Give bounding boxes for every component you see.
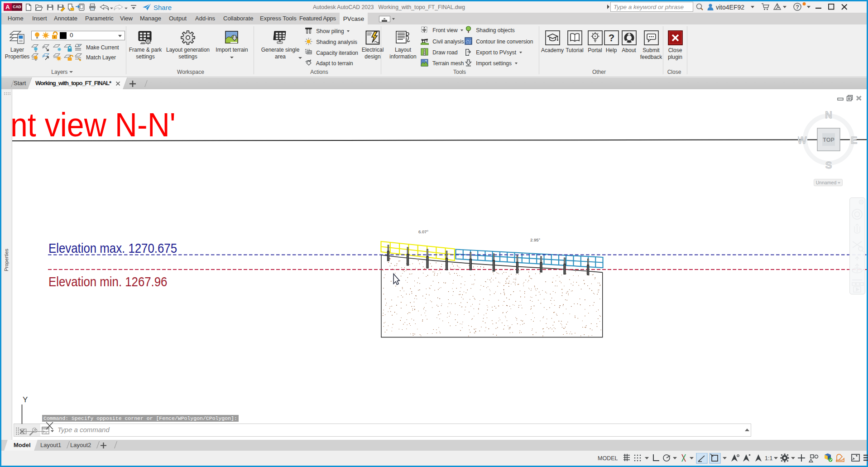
svg-text:W: W: [798, 135, 807, 146]
svg-text:TOP: TOP: [823, 137, 834, 143]
svg-text:2.95°: 2.95°: [530, 237, 540, 242]
svg-text:6.07°: 6.07°: [418, 229, 428, 234]
svg-text:S: S: [825, 159, 832, 171]
svg-text:Y: Y: [23, 395, 28, 404]
svg-text:1:1: 1:1: [765, 455, 772, 462]
svg-text:?: ?: [608, 32, 614, 43]
svg-text:?: ?: [796, 4, 799, 10]
svg-text:N: N: [825, 109, 832, 120]
svg-text:E: E: [851, 135, 858, 146]
